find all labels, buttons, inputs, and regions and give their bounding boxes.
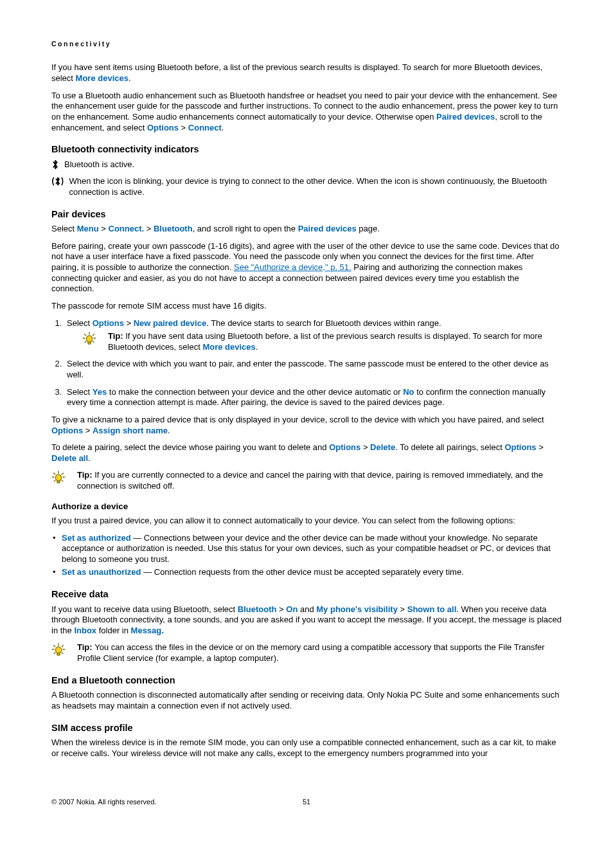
list-item: Select Yes to make the connection betwee…	[64, 387, 562, 408]
yes-link[interactable]: Yes	[93, 387, 107, 397]
text: Select	[67, 318, 93, 328]
delete-p: To delete a pairing, select the device w…	[51, 442, 562, 464]
pair-steps: Select Options > New paired device. The …	[51, 318, 562, 408]
text: . The device starts to search for Blueto…	[206, 318, 441, 328]
text: . To delete all pairings, select	[395, 442, 504, 452]
copyright: © 2007 Nokia. All rights reserved.	[51, 797, 156, 806]
text: and	[298, 604, 316, 614]
recv-p1: If you want to receive data using Blueto…	[51, 604, 562, 637]
tip-text: Tip: You can access the files in the dev…	[77, 642, 562, 664]
end-p: A Bluetooth connection is disconnected a…	[51, 690, 562, 711]
more-devices-link[interactable]: More devices	[76, 73, 129, 83]
no-link[interactable]: No	[403, 387, 414, 397]
text: page.	[357, 224, 380, 233]
text: If you want to receive data using Blueto…	[51, 604, 238, 614]
text: .	[256, 342, 258, 352]
bt-blinking-row: When the icon is blinking, your device i…	[51, 176, 562, 197]
tip-label: Tip:	[108, 331, 125, 341]
pair-heading: Pair devices	[51, 208, 562, 221]
intro-p2: To use a Bluetooth audio enhancement suc…	[51, 91, 562, 134]
text: .	[88, 453, 91, 463]
sim-heading: SIM access profile	[51, 722, 562, 734]
options-link[interactable]: Options	[504, 442, 536, 452]
text: To delete a pairing, select the device w…	[51, 442, 329, 452]
text: .	[129, 73, 131, 83]
connect-link[interactable]: Connect.	[109, 224, 145, 233]
text: .	[168, 426, 170, 435]
pair-p2: Before pairing, create your own passcode…	[51, 241, 562, 294]
bt-blinking-text: When the icon is blinking, your device i…	[69, 176, 562, 197]
text: If you have sent data using Bluetooth be…	[108, 331, 542, 352]
paired-devices-link[interactable]: Paired devices	[436, 112, 495, 122]
recv-heading: Receive data	[51, 588, 562, 601]
tip-label: Tip:	[77, 470, 94, 480]
text: Select	[51, 224, 77, 233]
text: Select	[67, 387, 93, 397]
bluetooth-link[interactable]: Bluetooth	[238, 604, 277, 614]
bluetooth-paren-icon	[51, 176, 64, 186]
visibility-link[interactable]: My phone's visibility	[316, 604, 398, 614]
menu-link[interactable]: Menu	[77, 224, 99, 233]
delete-all-link[interactable]: Delete all	[51, 453, 88, 463]
list-item: Select Options > New paired device. The …	[64, 318, 562, 353]
inbox-link[interactable]: Inbox	[74, 626, 96, 635]
text: — Connection requests from the other dev…	[141, 567, 464, 577]
end-heading: End a Bluetooth connection	[51, 674, 562, 687]
separator: >	[99, 224, 109, 233]
bt-active-row: Bluetooth is active.	[51, 159, 562, 170]
tip-icon	[82, 332, 96, 346]
delete-link[interactable]: Delete	[370, 442, 395, 452]
options-link[interactable]: Options	[329, 442, 360, 452]
separator: >	[124, 318, 134, 328]
separator: >	[537, 442, 544, 452]
list-item: Select the device with which you want to…	[64, 359, 562, 380]
bluetooth-icon	[51, 159, 59, 170]
messag-link[interactable]: Messag.	[131, 626, 164, 635]
footer: © 2007 Nokia. All rights reserved. 51	[51, 797, 562, 806]
tip-text: Tip: If you are currently connected to a…	[77, 470, 562, 491]
text: to make the connection between your devi…	[107, 387, 403, 397]
text: folder in	[96, 626, 130, 635]
separator: >	[83, 426, 93, 435]
nickname-p: To give a nickname to a paired device th…	[51, 415, 562, 436]
options-link[interactable]: Options	[51, 426, 83, 435]
text: .	[222, 123, 224, 132]
bluetooth-link[interactable]: Bluetooth	[154, 224, 193, 233]
tip-row: Tip: You can access the files in the dev…	[51, 642, 562, 664]
tip-icon	[51, 643, 66, 657]
list-item: Set as unauthorized — Connection request…	[51, 567, 562, 578]
set-unauthorized-link[interactable]: Set as unauthorized	[62, 567, 141, 577]
new-paired-device-link[interactable]: New paired device	[134, 318, 206, 328]
options-link[interactable]: Options	[93, 318, 124, 328]
more-devices-link[interactable]: More devices	[202, 342, 255, 352]
tip-label: Tip:	[77, 642, 94, 652]
shown-to-all-link[interactable]: Shown to all	[407, 604, 457, 614]
options-link[interactable]: Options	[147, 123, 179, 132]
text: If you are currently connected to a devi…	[77, 470, 543, 491]
text: You can access the files in the device o…	[77, 642, 545, 663]
bt-active-text: Bluetooth is active.	[64, 159, 134, 170]
text: — Connections between your device and th…	[62, 533, 551, 564]
auth-p1: If you trust a paired device, you can al…	[51, 516, 562, 527]
tip-text: Tip: If you have sent data using Bluetoo…	[108, 331, 562, 352]
auth-options: Set as authorized — Connections between …	[51, 533, 562, 579]
page-number: 51	[303, 797, 310, 806]
set-authorized-link[interactable]: Set as authorized	[62, 533, 131, 543]
tip-row: Tip: If you are currently connected to a…	[51, 470, 562, 491]
paired-devices-link[interactable]: Paired devices	[298, 224, 357, 233]
bci-heading: Bluetooth connectivity indicators	[51, 143, 562, 156]
separator: >	[360, 442, 370, 452]
on-link[interactable]: On	[286, 604, 298, 614]
authorize-crossref[interactable]: See "Authorize a device," p. 51.	[234, 262, 351, 272]
tip-icon	[51, 471, 66, 485]
separator: >	[398, 604, 407, 614]
separator: >	[144, 224, 154, 233]
auth-heading: Authorize a device	[51, 501, 562, 512]
tip-row: Tip: If you have sent data using Bluetoo…	[82, 331, 562, 352]
connect-link[interactable]: Connect	[188, 123, 222, 132]
list-item: Set as authorized — Connections between …	[51, 533, 562, 565]
text: To give a nickname to a paired device th…	[51, 415, 544, 424]
separator: >	[179, 123, 188, 132]
assign-short-name-link[interactable]: Assign short name	[93, 426, 168, 435]
breadcrumb: Connectivity	[51, 40, 562, 48]
